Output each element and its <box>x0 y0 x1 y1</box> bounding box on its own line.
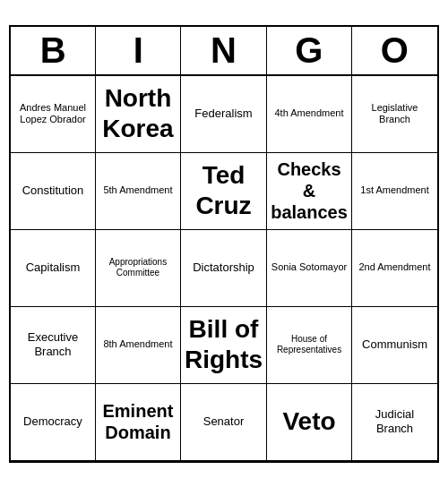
bingo-cell: Federalism <box>181 76 267 153</box>
bingo-cell: House of Representatives <box>267 307 352 384</box>
bingo-cell: Checks & balances <box>267 153 352 230</box>
bingo-cell: 5th Amendment <box>96 153 181 230</box>
bingo-cell: Democracy <box>11 384 96 461</box>
bingo-cell: Executive Branch <box>11 307 96 384</box>
bingo-cell: Andres Manuel Lopez Obrador <box>11 76 96 153</box>
bingo-cell: Bill of Rights <box>181 307 267 384</box>
bingo-cell: Senator <box>181 384 267 461</box>
bingo-cell: 1st Amendment <box>352 153 437 230</box>
bingo-grid: Andres Manuel Lopez ObradorNorth KoreaFe… <box>11 76 437 461</box>
header-letter: N <box>181 27 266 74</box>
bingo-cell: Constitution <box>11 153 96 230</box>
bingo-cell: Legislative Branch <box>352 76 437 153</box>
bingo-cell: Veto <box>267 384 352 461</box>
header-letter: I <box>96 27 181 74</box>
bingo-cell: 4th Amendment <box>267 76 352 153</box>
bingo-cell: North Korea <box>96 76 181 153</box>
bingo-cell: Dictatorship <box>181 230 267 307</box>
bingo-cell: Communism <box>352 307 437 384</box>
header-letter: O <box>352 27 437 74</box>
bingo-cell: 8th Amendment <box>96 307 181 384</box>
bingo-cell: Capitalism <box>11 230 96 307</box>
bingo-cell: Ted Cruz <box>181 153 267 230</box>
bingo-header: BINGO <box>11 27 437 76</box>
bingo-cell: 2nd Amendment <box>352 230 437 307</box>
bingo-cell: Eminent Domain <box>96 384 181 461</box>
bingo-cell: Judicial Branch <box>352 384 437 461</box>
header-letter: G <box>267 27 352 74</box>
bingo-cell: Sonia Sotomayor <box>267 230 352 307</box>
bingo-card: BINGO Andres Manuel Lopez ObradorNorth K… <box>9 25 439 463</box>
header-letter: B <box>11 27 96 74</box>
bingo-cell: Appropriations Committee <box>96 230 181 307</box>
